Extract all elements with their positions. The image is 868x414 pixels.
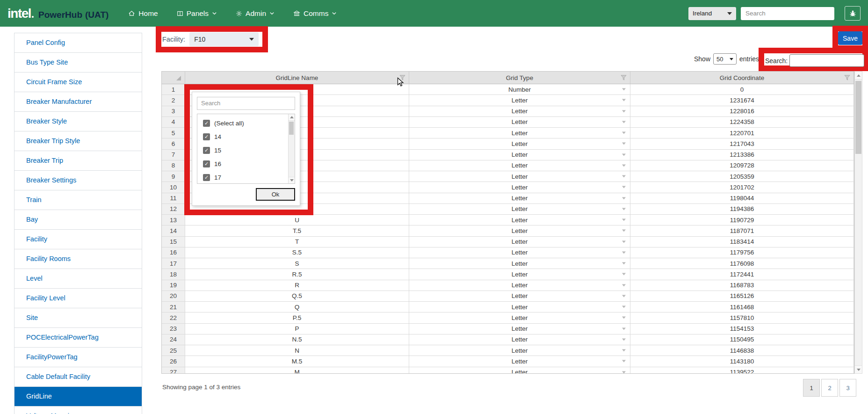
grid-type-cell[interactable]: Letter — [409, 356, 630, 367]
grid-type-cell[interactable]: Letter — [409, 128, 630, 138]
grid-type-cell[interactable]: Letter — [409, 291, 630, 302]
grid-coordinate-cell[interactable]: 1143180 — [630, 356, 854, 367]
grid-coordinate-cell[interactable]: 1154153 — [630, 324, 854, 334]
ok-button[interactable]: Ok — [256, 188, 295, 201]
sidebar-item-bay[interactable]: Bay — [14, 210, 142, 230]
sidebar-item-gridline[interactable]: GridLine — [14, 387, 142, 407]
popup-scroll-up-button[interactable] — [289, 114, 295, 121]
grid-coordinate-cell[interactable]: 1161468 — [630, 302, 854, 312]
sidebar-item-breaker-style[interactable]: Breaker Style — [14, 112, 142, 131]
sidebar-item-facility-level[interactable]: Facility Level — [14, 289, 142, 308]
page-button-3[interactable]: 3 — [839, 379, 856, 397]
sidebar-item-pocelectricalpowertag[interactable]: POCElectricalPowerTag — [14, 328, 142, 348]
grid-coordinate-cell[interactable]: 1220701 — [630, 128, 854, 138]
grid-type-cell[interactable]: Letter — [409, 280, 630, 291]
grid-type-cell[interactable]: Letter — [409, 160, 630, 171]
grid-type-cell[interactable]: Letter — [409, 204, 630, 215]
sidebar-item-level[interactable]: Level — [14, 269, 142, 289]
gridline-name-cell[interactable]: P.5 — [185, 312, 409, 323]
grid-coordinate-cell[interactable]: 1165126 — [630, 291, 854, 302]
grid-type-cell[interactable]: Letter — [409, 312, 630, 323]
column-header-grid-coordinate[interactable]: Grid Coordinate — [630, 72, 854, 84]
popup-scroll-thumb[interactable] — [289, 122, 294, 135]
grid-coordinate-cell[interactable]: 1150495 — [630, 334, 854, 345]
gridline-name-cell[interactable]: M.5 — [185, 356, 409, 367]
sidebar-item-voltage-mapping[interactable]: Voltage Mapping — [14, 407, 142, 414]
grid-coordinate-cell[interactable]: 1183414 — [630, 237, 854, 247]
gridline-name-cell[interactable]: P — [185, 324, 409, 334]
filter-search-input[interactable] — [197, 97, 295, 110]
sidebar-item-train[interactable]: Train — [14, 190, 142, 210]
gridline-name-cell[interactable]: S — [185, 258, 409, 269]
grid-type-cell[interactable]: Letter — [409, 269, 630, 280]
popup-scroll-down-button[interactable] — [289, 177, 295, 183]
table-search-input[interactable] — [789, 54, 864, 67]
brand[interactable]: intel PowerHub (UAT) — [7, 7, 108, 20]
grid-type-cell[interactable]: Letter — [409, 225, 630, 236]
grid-type-cell[interactable]: Letter — [409, 324, 630, 334]
grid-coordinate-cell[interactable]: 1224358 — [630, 117, 854, 128]
gridline-name-cell[interactable]: N — [185, 345, 409, 356]
global-search-input[interactable] — [741, 7, 834, 20]
gridline-name-cell[interactable]: R — [185, 280, 409, 291]
grid-coordinate-cell[interactable]: 1205359 — [630, 171, 854, 182]
filter-option-16[interactable]: 16 — [197, 157, 295, 171]
sidebar-item-site[interactable]: Site — [14, 308, 142, 328]
filter-icon[interactable] — [844, 75, 850, 80]
grid-coordinate-cell[interactable]: 0 — [630, 84, 854, 95]
grid-coordinate-cell[interactable]: 1146838 — [630, 345, 854, 356]
region-select[interactable]: Ireland — [688, 7, 736, 20]
bug-report-button[interactable] — [845, 6, 861, 21]
sidebar-item-facility[interactable]: Facility — [14, 230, 142, 249]
grid-type-cell[interactable]: Letter — [409, 367, 630, 374]
grid-coordinate-cell[interactable]: 1201702 — [630, 182, 854, 193]
grid-coordinate-cell[interactable]: 1194386 — [630, 204, 854, 215]
grid-coordinate-cell[interactable]: 1187071 — [630, 225, 854, 236]
page-button-1[interactable]: 1 — [803, 379, 820, 397]
filter-option-15[interactable]: 15 — [197, 144, 295, 157]
nav-item-admin[interactable]: Admin — [236, 9, 275, 18]
filter-icon[interactable] — [399, 75, 405, 80]
grid-coordinate-cell[interactable]: 1217043 — [630, 138, 854, 149]
grid-type-cell[interactable]: Letter — [409, 150, 630, 160]
grid-type-cell[interactable]: Letter — [409, 345, 630, 356]
grid-coordinate-cell[interactable]: 1139522 — [630, 367, 854, 374]
grid-coordinate-cell[interactable]: 1198044 — [630, 193, 854, 204]
grid-type-cell[interactable]: Letter — [409, 302, 630, 312]
column-header-grid-type[interactable]: Grid Type — [409, 72, 630, 84]
filter-icon[interactable] — [621, 75, 627, 80]
checkbox-icon[interactable] — [203, 133, 210, 140]
gridline-name-cell[interactable]: Q — [185, 302, 409, 312]
grid-type-cell[interactable]: Letter — [409, 193, 630, 204]
scroll-up-button[interactable] — [855, 72, 862, 80]
sidebar-item-panel-config[interactable]: Panel Config — [14, 33, 142, 53]
grid-coordinate-cell[interactable]: 1190729 — [630, 215, 854, 225]
sidebar-item-facilitypowertag[interactable]: FacilityPowerTag — [14, 348, 142, 367]
nav-item-comms[interactable]: Comms — [293, 9, 337, 18]
table-scrollbar[interactable] — [854, 71, 862, 374]
grid-coordinate-cell[interactable]: 1172441 — [630, 269, 854, 280]
checkbox-icon[interactable] — [203, 174, 210, 181]
page-size-select[interactable]: 50 — [713, 53, 737, 65]
facility-select[interactable]: F10 — [189, 32, 259, 46]
checkbox-icon[interactable] — [203, 120, 210, 127]
grid-coordinate-cell[interactable]: 1179756 — [630, 247, 854, 258]
gridline-name-cell[interactable]: U — [185, 215, 409, 225]
page-button-2[interactable]: 2 — [821, 379, 838, 397]
gridline-name-cell[interactable]: Q.5 — [185, 291, 409, 302]
grid-type-cell[interactable]: Number — [409, 84, 630, 95]
scroll-down-button[interactable] — [855, 365, 862, 373]
grid-type-cell[interactable]: Letter — [409, 237, 630, 247]
sidebar-item-breaker-manufacturer[interactable]: Breaker Manufacturer — [14, 92, 142, 112]
grid-type-cell[interactable]: Letter — [409, 106, 630, 117]
gridline-name-cell[interactable]: T — [185, 237, 409, 247]
gridline-name-cell[interactable]: M — [185, 367, 409, 374]
filter-option-17[interactable]: 17 — [197, 171, 295, 184]
sidebar-item-breaker-trip-style[interactable]: Breaker Trip Style — [14, 131, 142, 151]
grid-type-cell[interactable]: Letter — [409, 334, 630, 345]
sidebar-item-breaker-settings[interactable]: Breaker Settings — [14, 171, 142, 190]
gridline-name-cell[interactable]: N.5 — [185, 334, 409, 345]
column-header-gridline-name[interactable]: GridLine Name — [185, 72, 409, 84]
gridline-name-cell[interactable]: T.5 — [185, 225, 409, 236]
grid-coordinate-cell[interactable]: 1209728 — [630, 160, 854, 171]
